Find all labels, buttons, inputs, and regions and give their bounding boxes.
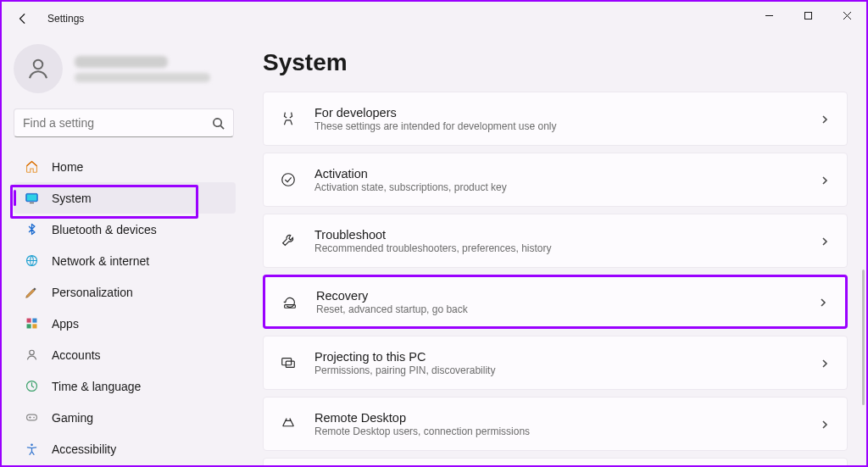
sidebar-item-system[interactable]: System	[14, 182, 236, 214]
system-icon	[24, 191, 39, 206]
sidebar-item-label: Time & language	[52, 380, 141, 393]
card-subtitle: Reset, advanced startup, go back	[316, 303, 801, 315]
chevron-right-icon	[820, 235, 832, 247]
card-subtitle: These settings are intended for developm…	[314, 120, 803, 132]
troubleshoot-icon	[279, 231, 298, 250]
card-subtitle: Remote Desktop users, connection permiss…	[314, 425, 803, 437]
card-title: Projecting to this PC	[314, 350, 803, 364]
chevron-right-icon	[820, 357, 832, 369]
svg-rect-12	[32, 319, 36, 323]
svg-rect-11	[26, 319, 31, 323]
minimize-button[interactable]	[749, 2, 788, 29]
svg-point-18	[33, 417, 35, 419]
sidebar-item-personalization[interactable]: Personalization	[14, 276, 236, 308]
settings-card-list: For developers These settings are intend…	[263, 92, 854, 465]
sidebar-item-label: Accessibility	[52, 442, 116, 456]
chevron-right-icon	[820, 418, 832, 430]
svg-rect-23	[286, 361, 294, 367]
avatar	[14, 44, 63, 93]
nav-list: Home System Bluetooth & devices Network …	[14, 151, 236, 464]
svg-rect-13	[26, 324, 31, 328]
sidebar-item-label: System	[52, 192, 92, 205]
activation-icon	[279, 170, 298, 189]
profile-name-redacted	[75, 56, 168, 68]
chevron-right-icon	[820, 113, 832, 125]
projecting-icon	[279, 353, 298, 372]
svg-rect-14	[32, 324, 36, 328]
card-title: Activation	[314, 167, 803, 181]
card-recovery[interactable]: Recovery Reset, advanced startup, go bac…	[263, 275, 848, 329]
developers-icon	[279, 109, 298, 128]
network-icon	[24, 253, 39, 269]
accounts-icon	[24, 347, 39, 363]
sidebar-item-gaming[interactable]: Gaming	[14, 402, 236, 433]
sidebar-item-apps[interactable]: Apps	[14, 308, 236, 339]
svg-point-15	[29, 350, 33, 354]
remote-desktop-icon	[279, 414, 298, 433]
sidebar-item-label: Apps	[52, 317, 79, 331]
sidebar: Home System Bluetooth & devices Network …	[2, 36, 248, 465]
chevron-right-icon	[818, 296, 830, 308]
svg-line-6	[220, 125, 224, 129]
scrollbar-thumb[interactable]	[862, 270, 865, 405]
card-subtitle: Permissions, pairing PIN, discoverabilit…	[314, 364, 803, 376]
sidebar-item-bluetooth[interactable]: Bluetooth & devices	[14, 214, 236, 245]
card-troubleshoot[interactable]: Troubleshoot Recommended troubleshooters…	[263, 214, 848, 268]
sidebar-item-label: Accounts	[52, 348, 101, 362]
gaming-icon	[24, 410, 39, 425]
card-title: For developers	[314, 106, 803, 120]
sidebar-item-accessibility[interactable]: Accessibility	[14, 433, 236, 464]
search-box[interactable]	[14, 108, 234, 137]
accessibility-icon	[24, 442, 39, 457]
window-title: Settings	[47, 13, 84, 25]
window-controls	[749, 2, 866, 29]
card-activation[interactable]: Activation Activation state, subscriptio…	[263, 153, 848, 207]
apps-icon	[24, 316, 39, 331]
time-language-icon	[24, 379, 39, 394]
sidebar-item-network[interactable]: Network & internet	[14, 245, 236, 276]
svg-rect-17	[26, 414, 36, 420]
back-button[interactable]	[10, 6, 36, 31]
close-button[interactable]	[827, 2, 866, 29]
page-title: System	[263, 49, 854, 76]
titlebar: Settings	[2, 2, 866, 36]
svg-point-19	[31, 443, 33, 446]
search-input[interactable]	[23, 116, 212, 130]
card-projecting[interactable]: Projecting to this PC Permissions, pairi…	[263, 336, 848, 390]
svg-point-5	[214, 118, 221, 125]
sidebar-item-label: Personalization	[52, 286, 133, 299]
svg-rect-8	[26, 194, 36, 200]
card-subtitle: Activation state, subscriptions, product…	[314, 181, 803, 193]
svg-rect-1	[804, 12, 811, 19]
sidebar-item-label: Network & internet	[52, 254, 149, 268]
sidebar-item-home[interactable]: Home	[14, 151, 236, 182]
card-remote-desktop[interactable]: Remote Desktop Remote Desktop users, con…	[263, 397, 848, 451]
sidebar-item-label: Home	[52, 160, 83, 174]
profile-email-redacted	[75, 73, 210, 82]
content-area: System For developers These settings are…	[248, 36, 866, 465]
svg-point-20	[282, 174, 295, 186]
person-icon	[25, 56, 51, 81]
card-title: Troubleshoot	[314, 228, 803, 242]
personalization-icon	[24, 285, 39, 300]
profile-header[interactable]	[14, 44, 236, 93]
bluetooth-icon	[24, 222, 39, 237]
card-subtitle: Recommended troubleshooters, preferences…	[314, 242, 803, 254]
arrow-left-icon	[17, 13, 29, 25]
card-title: Recovery	[316, 289, 801, 303]
card-system-components[interactable]: System Components Remove and manage syst…	[263, 458, 848, 465]
maximize-button[interactable]	[788, 2, 827, 29]
sidebar-item-label: Gaming	[52, 411, 93, 425]
search-icon	[212, 117, 225, 130]
sidebar-item-accounts[interactable]: Accounts	[14, 339, 236, 370]
card-title: Remote Desktop	[314, 411, 803, 425]
home-icon	[24, 159, 39, 175]
recovery-icon	[281, 292, 299, 311]
chevron-right-icon	[820, 174, 832, 186]
sidebar-item-time-language[interactable]: Time & language	[14, 370, 236, 402]
sidebar-item-label: Bluetooth & devices	[52, 223, 157, 236]
card-for-developers[interactable]: For developers These settings are intend…	[263, 92, 848, 146]
svg-point-4	[34, 60, 43, 69]
svg-rect-21	[285, 305, 296, 309]
